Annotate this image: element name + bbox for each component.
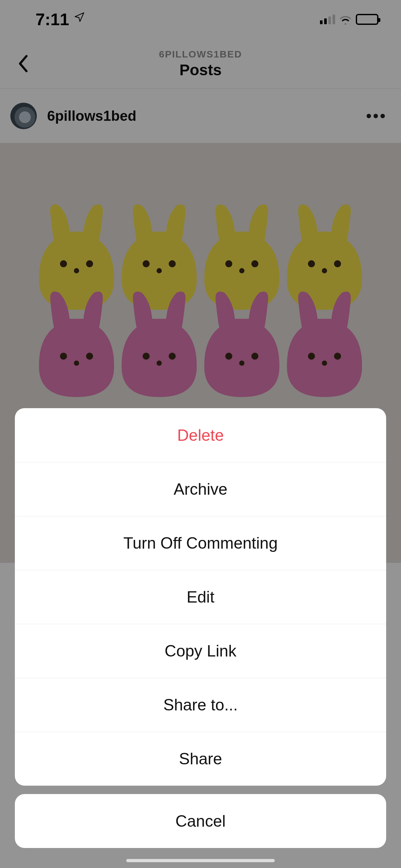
- action-turn-off-commenting[interactable]: Turn Off Commenting: [15, 516, 386, 570]
- action-share[interactable]: Share: [15, 732, 386, 786]
- action-delete[interactable]: Delete: [15, 408, 386, 462]
- cancel-button[interactable]: Cancel: [15, 794, 386, 848]
- action-copy-link[interactable]: Copy Link: [15, 624, 386, 678]
- action-archive[interactable]: Archive: [15, 462, 386, 516]
- action-sheet-options: DeleteArchiveTurn Off CommentingEditCopy…: [15, 408, 386, 786]
- action-share-to[interactable]: Share to...: [15, 678, 386, 732]
- home-indicator[interactable]: [126, 859, 275, 862]
- action-edit[interactable]: Edit: [15, 570, 386, 624]
- action-sheet: DeleteArchiveTurn Off CommentingEditCopy…: [0, 408, 401, 868]
- action-sheet-cancel[interactable]: Cancel: [15, 794, 386, 848]
